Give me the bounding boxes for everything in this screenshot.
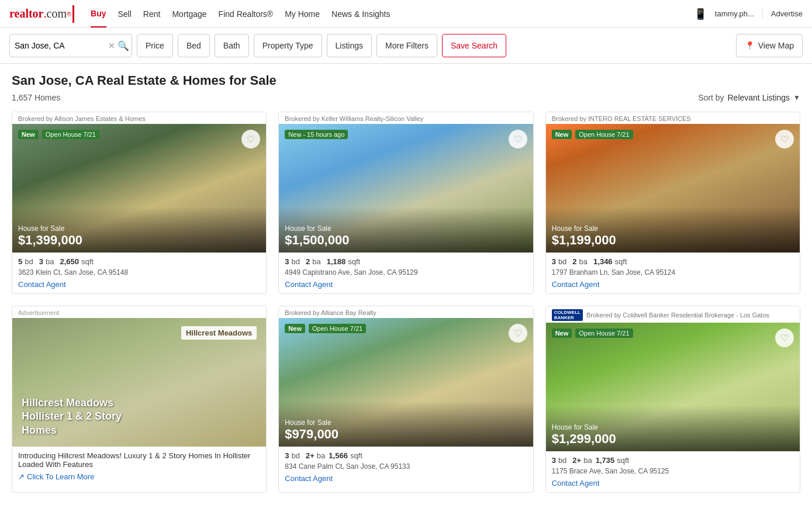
sort-value[interactable]: Relevant Listings [727,93,790,102]
listing-card[interactable]: Brokered by Alliance Bay Realty New Open… [278,306,533,493]
badge-row: New Open House 7/21 [552,130,633,139]
card-address: 4949 Capistrano Ave, San Jose, CA 95129 [285,268,527,276]
nav-user[interactable]: tammy.ph... [715,9,754,18]
open-house-badge: Open House 7/21 [309,324,366,333]
card-details: 3 bd 2+ ba 1,735 sqft 1175 Brace Ave, Sa… [546,451,800,492]
map-pin-icon: 📍 [745,41,755,50]
badge-row: New - 15 hours ago [285,130,348,139]
listing-price: $1,199,000 [552,233,794,248]
more-filters-button[interactable]: More Filters [376,34,437,57]
favorite-button[interactable]: ♡ [509,130,527,148]
new-badge: New [18,130,39,139]
favorite-button[interactable]: ♡ [775,130,794,148]
favorite-button[interactable]: ♡ [241,130,260,148]
listing-card[interactable]: Brokered by INTERO REAL ESTATE SERVICES … [545,112,800,294]
logo-bar [72,5,74,23]
external-link-icon: ↗ [18,472,25,481]
ad-image: Hillcrest Meadows Hillcrest Meadows Holl… [12,318,266,447]
ad-card[interactable]: Advertisement Hillcrest Meadows Hillcres… [12,306,267,493]
new-time-badge: New - 15 hours ago [285,130,348,139]
broker-label: Brokered by INTERO REAL ESTATE SERVICES [546,112,800,124]
beds-label: bd [25,257,33,266]
nav-sell[interactable]: Sell [118,9,132,19]
save-search-button[interactable]: Save Search [442,34,506,57]
bath-filter[interactable]: Bath [215,34,249,57]
listing-card[interactable]: Brokered by Allison James Estates & Home… [12,112,267,294]
open-house-badge: Open House 7/21 [42,130,99,139]
sqft-label: sqft [81,257,94,266]
card-address: 1797 Branham Ln, San Jose, CA 95124 [552,268,794,276]
open-house-badge: Open House 7/21 [575,130,633,139]
nav-my-home[interactable]: My Home [285,9,320,19]
card-stats: 3 bd 2+ ba 1,566 sqft [285,451,527,460]
listing-price: $1,500,000 [285,233,527,248]
main-content: San Jose, CA Real Estate & Homes for Sal… [0,64,812,502]
beds-value: 5 [18,257,22,266]
favorite-button[interactable]: ♡ [509,324,527,343]
card-address: 1175 Brace Ave, San Jose, CA 95125 [552,467,794,475]
broker-label: Brokered by Alliance Bay Realty [279,306,533,318]
card-details: 3 bd 2+ ba 1,566 sqft 834 Cane Palm Ct, … [279,447,533,487]
ad-details: Introducing Hillcrest Meadows! Luxury 1 … [12,447,266,486]
listings-grid: Brokered by Allison James Estates & Home… [12,112,800,493]
ad-label: Advertisement [12,306,266,318]
nav-find-realtors[interactable]: Find Realtors® [219,9,274,19]
listing-type: House for Sale [18,224,260,233]
card-stats: 3 bd 2 ba 1,188 sqft [285,257,527,266]
card-stats: 3 bd 2 ba 1,346 sqft [552,257,794,266]
logo[interactable]: realtor . com ® [9,5,74,23]
search-input[interactable] [15,41,108,50]
favorite-button[interactable]: ♡ [775,329,794,347]
new-badge: New [285,324,305,333]
contact-agent-link[interactable]: Contact Agent [18,280,66,289]
nav-advertise[interactable]: Advertise [762,9,803,18]
contact-agent-link[interactable]: Contact Agent [552,280,600,289]
ad-learn-more-link[interactable]: ↗ Click To Learn More [18,472,260,481]
sort-wrap: Sort by Relevant Listings ▼ [698,93,800,102]
results-header: 1,657 Homes Sort by Relevant Listings ▼ [12,93,800,102]
nav-rent[interactable]: Rent [143,9,161,19]
nav-right: 📱 tammy.ph... Advertise [694,8,803,20]
card-details: 3 bd 2 ba 1,188 sqft 4949 Capistrano Ave… [279,253,533,293]
sort-label: Sort by [698,93,724,102]
card-address: 3623 Klein Ct, San Jose, CA 95148 [18,268,260,276]
sqft-value: 2,650 [60,257,79,266]
listing-price: $1,299,000 [552,431,794,447]
badge-row: New Open House 7/21 [18,130,99,139]
price-filter[interactable]: Price [137,34,173,57]
contact-agent-link[interactable]: Contact Agent [285,280,333,289]
listing-card[interactable]: COLDWELLBANKER Brokered by Coldwell Bank… [545,306,800,493]
listing-type: House for Sale [285,419,527,427]
contact-agent-link[interactable]: Contact Agent [552,479,600,487]
sort-chevron-icon[interactable]: ▼ [793,94,800,102]
bed-filter[interactable]: Bed [178,34,210,57]
search-button[interactable]: 🔍 [118,40,129,51]
card-stats: 5 bd 3 ba 2,650 sqft [18,257,260,266]
listings-filter[interactable]: Listings [327,34,372,57]
clear-icon[interactable]: ✕ [108,41,115,50]
listing-type: House for Sale [285,224,527,233]
listing-price: $979,000 [285,427,527,442]
coldwell-logo-badge: COLDWELLBANKER [552,309,583,321]
listing-type: House for Sale [552,224,794,233]
card-image: New Open House 7/21 ♡ House for Sale $1,… [546,124,800,253]
new-badge: New [552,329,572,338]
card-stats: 3 bd 2+ ba 1,735 sqft [552,456,794,465]
listing-card[interactable]: Brokered by Keller Williams Realty-Silic… [278,112,533,294]
results-count: 1,657 Homes [12,93,60,102]
listing-type: House for Sale [552,423,794,431]
baths-label: ba [46,257,54,266]
broker-label: Brokered by Allison James Estates & Home… [12,112,266,124]
nav-buy[interactable]: Buy [91,1,106,27]
navbar: realtor . com ® Buy Sell Rent Mortgage F… [0,0,812,28]
view-map-button[interactable]: 📍 View Map [736,34,803,57]
broker-label: Brokered by Keller Williams Realty-Silic… [279,112,533,124]
property-type-filter[interactable]: Property Type [254,34,322,57]
broker-label: COLDWELLBANKER Brokered by Coldwell Bank… [546,306,800,323]
card-image: New Open House 7/21 ♡ House for Sale $97… [279,318,533,447]
badge-row: New Open House 7/21 [285,324,366,333]
listing-price: $1,399,000 [18,233,260,248]
nav-news-insights[interactable]: News & Insights [331,9,390,19]
nav-mortgage[interactable]: Mortgage [172,9,206,19]
contact-agent-link[interactable]: Contact Agent [285,474,333,483]
